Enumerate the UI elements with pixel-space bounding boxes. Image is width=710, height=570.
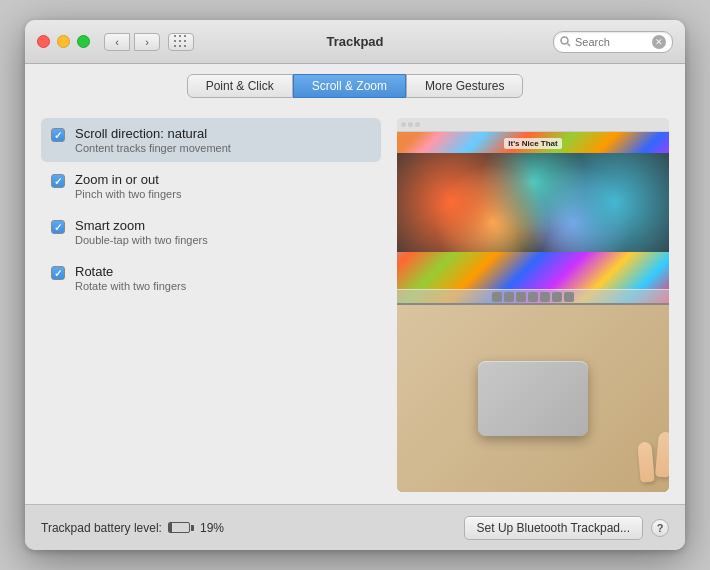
option-zoom-in-out[interactable]: ✓ Zoom in or out Pinch with two fingers	[41, 164, 381, 208]
dock-icon-5	[540, 292, 550, 302]
grid-icon	[174, 35, 188, 49]
maximize-button[interactable]	[77, 35, 90, 48]
battery-percent: 19%	[200, 521, 224, 535]
back-button[interactable]: ‹	[104, 33, 130, 51]
browser-dot-2	[408, 122, 413, 127]
dock-icon-1	[492, 292, 502, 302]
trackpad-device-image	[478, 361, 588, 436]
browser-site-title: It's Nice That	[504, 138, 561, 149]
setup-bluetooth-button[interactable]: Set Up Bluetooth Trackpad...	[464, 516, 643, 540]
dock-icon-7	[564, 292, 574, 302]
minimize-button[interactable]	[57, 35, 70, 48]
grid-view-button[interactable]	[168, 33, 194, 51]
battery-icon	[168, 522, 194, 533]
svg-line-1	[568, 44, 571, 47]
option-title-zoom-in-out: Zoom in or out	[75, 172, 181, 187]
option-subtitle-scroll-direction: Content tracks finger movement	[75, 142, 231, 154]
content-area: ✓ Scroll direction: natural Content trac…	[25, 106, 685, 504]
preview-image: It's Nice That	[397, 118, 669, 492]
browser-preview: It's Nice That	[397, 118, 669, 305]
option-scroll-direction[interactable]: ✓ Scroll direction: natural Content trac…	[41, 118, 381, 162]
dock-icon-2	[504, 292, 514, 302]
back-arrow-icon: ‹	[115, 36, 119, 48]
tab-more-gestures[interactable]: More Gestures	[406, 74, 523, 98]
tabbar: Point & Click Scroll & Zoom More Gesture…	[25, 64, 685, 106]
checkbox-scroll-direction[interactable]: ✓	[51, 128, 65, 142]
checkbox-zoom-in-out[interactable]: ✓	[51, 174, 65, 188]
battery-tip	[191, 525, 194, 531]
checkmark-icon: ✓	[54, 268, 62, 279]
option-smart-zoom[interactable]: ✓ Smart zoom Double-tap with two fingers	[41, 210, 381, 254]
traffic-lights	[37, 35, 90, 48]
forward-button[interactable]: ›	[134, 33, 160, 51]
browser-dot-1	[401, 122, 406, 127]
browser-dot-3	[415, 122, 420, 127]
option-title-scroll-direction: Scroll direction: natural	[75, 126, 231, 141]
help-button[interactable]: ?	[651, 519, 669, 537]
finger-1	[637, 441, 654, 482]
footer: Trackpad battery level: 19% Set Up Bluet…	[25, 504, 685, 550]
option-subtitle-rotate: Rotate with two fingers	[75, 280, 186, 292]
window-title: Trackpad	[326, 34, 383, 49]
dock-icon-3	[516, 292, 526, 302]
trackpad-area	[397, 305, 669, 492]
colorful-artwork	[397, 153, 669, 252]
main-window: ‹ › Trackpad ✕ Point & Click Scroll &	[25, 20, 685, 550]
svg-point-0	[561, 37, 568, 44]
browser-toolbar	[397, 118, 669, 132]
search-icon	[560, 36, 571, 47]
checkbox-smart-zoom[interactable]: ✓	[51, 220, 65, 234]
checkmark-icon: ✓	[54, 130, 62, 141]
nav-buttons: ‹ ›	[104, 33, 160, 51]
option-title-smart-zoom: Smart zoom	[75, 218, 208, 233]
options-list: ✓ Scroll direction: natural Content trac…	[41, 118, 381, 492]
search-box[interactable]: ✕	[553, 31, 673, 53]
close-button[interactable]	[37, 35, 50, 48]
finger-2	[655, 431, 669, 477]
tab-scroll-zoom[interactable]: Scroll & Zoom	[293, 74, 406, 98]
checkmark-icon: ✓	[54, 222, 62, 233]
browser-body: It's Nice That	[397, 132, 669, 303]
checkmark-icon: ✓	[54, 176, 62, 187]
search-input[interactable]	[575, 36, 652, 48]
titlebar: ‹ › Trackpad ✕	[25, 20, 685, 64]
preview-panel: It's Nice That	[397, 118, 669, 492]
dock-bar	[397, 289, 669, 303]
option-title-rotate: Rotate	[75, 264, 186, 279]
battery-fill	[169, 523, 172, 532]
search-clear-button[interactable]: ✕	[652, 35, 666, 49]
option-subtitle-zoom-in-out: Pinch with two fingers	[75, 188, 181, 200]
option-rotate[interactable]: ✓ Rotate Rotate with two fingers	[41, 256, 381, 300]
forward-arrow-icon: ›	[145, 36, 149, 48]
checkbox-rotate[interactable]: ✓	[51, 266, 65, 280]
tab-point-click[interactable]: Point & Click	[187, 74, 293, 98]
battery-body	[168, 522, 190, 533]
dock-icon-4	[528, 292, 538, 302]
battery-status: Trackpad battery level: 19%	[41, 521, 224, 535]
option-subtitle-smart-zoom: Double-tap with two fingers	[75, 234, 208, 246]
dock-icon-6	[552, 292, 562, 302]
battery-label-text: Trackpad battery level:	[41, 521, 162, 535]
footer-right: Set Up Bluetooth Trackpad... ?	[464, 516, 669, 540]
